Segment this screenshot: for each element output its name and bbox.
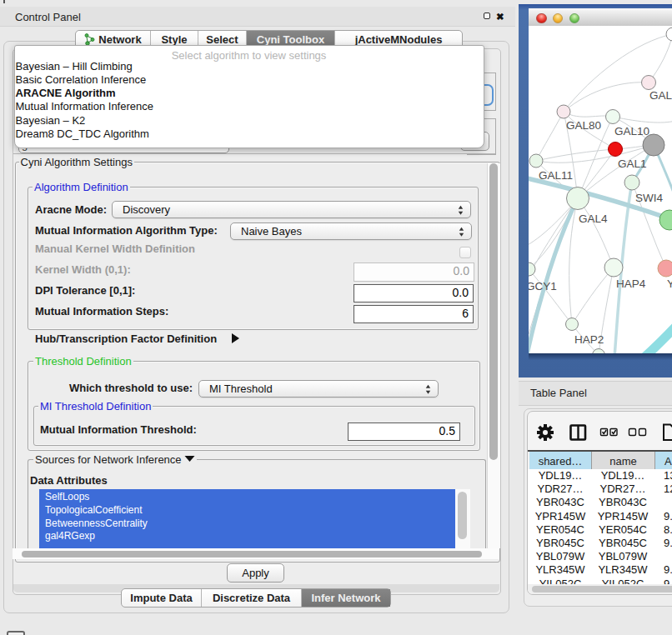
svg-text:Y: Y (667, 278, 672, 290)
svg-text:GAL7: GAL7 (649, 89, 672, 102)
svg-text:GAL10: GAL10 (614, 125, 649, 138)
svg-text:GAL11: GAL11 (539, 169, 573, 182)
svg-text:SWI4: SWI4 (635, 192, 663, 204)
svg-text:GAL4: GAL4 (579, 212, 608, 225)
svg-text:GCY1: GCY1 (529, 280, 557, 292)
svg-text:HAP2: HAP2 (574, 333, 604, 346)
svg-text:GAL80: GAL80 (566, 119, 601, 132)
svg-text:GAL1: GAL1 (618, 158, 647, 170)
svg-text:HAP4: HAP4 (616, 278, 646, 290)
